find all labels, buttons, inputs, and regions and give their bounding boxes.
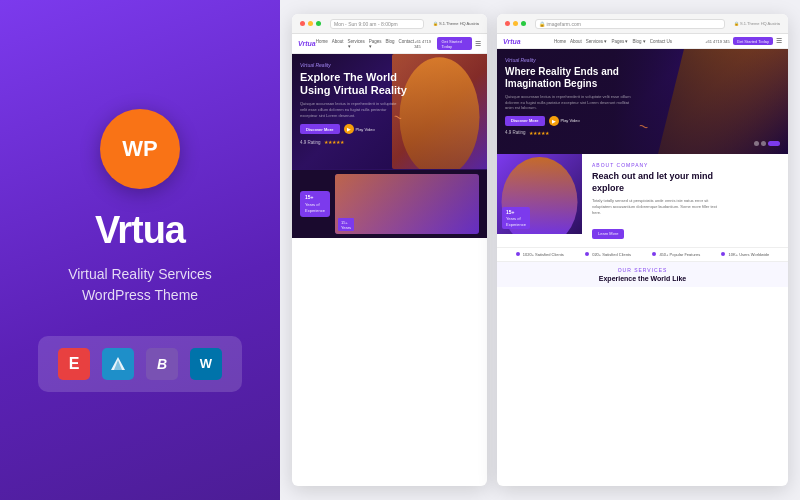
play-btn-1[interactable]: ▶ Play Video xyxy=(344,124,375,134)
plugin-badges-container: E B W xyxy=(38,336,242,392)
dot-green-2 xyxy=(521,21,526,26)
discover-btn-2[interactable]: Discover More xyxy=(505,116,545,126)
left-panel: WP Vrtua Virtual Reality Services WordPr… xyxy=(0,0,280,500)
years-section-1: 15+Years ofExperience 15+Years xyxy=(292,169,487,238)
hero-section-1: Virtual Reality Explore The World Using … xyxy=(292,54,487,169)
mockup1-logo: Vrtua xyxy=(298,40,316,47)
nav-bar-2: Vrtua Home About Services ▾ Pages ▾ Blog… xyxy=(497,34,788,49)
stat-1: 1020+ Satisfied Clients xyxy=(516,252,564,257)
browser-url-1: Mon - Sun 9:00 am - 8:00pm xyxy=(330,19,424,29)
hero-content-2: Virtual Reality Where Reality Ends and I… xyxy=(497,49,788,144)
discover-btn-1[interactable]: Discover More xyxy=(300,124,340,134)
play-circle-2: ▶ xyxy=(549,116,559,126)
bootstrap-icon: B xyxy=(146,348,178,380)
services-title: Experience the World Like xyxy=(505,275,780,282)
mockup2-logo: Vrtua xyxy=(503,38,521,45)
dot-yellow-1 xyxy=(308,21,313,26)
hero-buttons-1: Discover More ▶ Play Video xyxy=(300,124,479,134)
stat-dot-4 xyxy=(721,252,725,256)
stat-dot-3 xyxy=(652,252,656,256)
hero-title-2: Where Reality Ends and Imagination Begin… xyxy=(505,66,635,90)
browser-url-2: 🔒 imagefarm.com xyxy=(535,19,725,29)
hero-desc-2: Quisque accumsan lectus in reprehenderit… xyxy=(505,94,635,111)
nav-bar-1: Vrtua Home About Services ▾ Pages ▾ Blog… xyxy=(292,34,487,54)
stars-2: ★★★★★ xyxy=(529,130,549,136)
wordpress-icon: W xyxy=(190,348,222,380)
play-btn-2[interactable]: ▶ Play Video xyxy=(549,116,580,126)
nav-links-1: Home About Services ▾ Pages ▾ Blog Conta… xyxy=(316,39,414,49)
play-circle-1: ▶ xyxy=(344,124,354,134)
services-preview: OUR SERVICES Experience the World Like xyxy=(497,261,788,287)
hero-content-1: Virtual Reality Explore The World Using … xyxy=(292,54,487,153)
about-desc: Totaly totally sensed ut perspiciatis un… xyxy=(592,198,722,216)
bottom-image-1: 15+Years xyxy=(335,174,479,234)
nav-right-2: +61 4719 345 Get Started Today ☰ xyxy=(705,37,782,45)
hero-tag-2: Virtual Reality xyxy=(505,57,780,63)
dot-yellow-2 xyxy=(513,21,518,26)
get-started-btn-1[interactable]: Get Started Today xyxy=(437,37,472,50)
hero-title-1: Explore The World Using Virtual Reality xyxy=(300,71,410,97)
learn-more-btn[interactable]: Learn More xyxy=(592,229,624,239)
stats-bar: 1020+ Satisfied Clients 020+ Satisfied C… xyxy=(497,247,788,261)
get-started-btn-2[interactable]: Get Started Today xyxy=(733,37,773,45)
dot-red-2 xyxy=(505,21,510,26)
nav-links-2: Home About Services ▾ Pages ▾ Blog ▾ Con… xyxy=(554,39,672,44)
browser-bar-2: 🔒 imagefarm.com 🔒 S.1.Theme HQ Austria xyxy=(497,14,788,34)
years-badge-1: 15+Years ofExperience xyxy=(300,191,330,217)
wp-badge: WP xyxy=(100,109,180,189)
mountain-icon xyxy=(102,348,134,380)
about-years-badge: 15+Years ofExperience xyxy=(502,207,530,229)
about-tag: ABOUT COMPANY xyxy=(592,162,778,168)
mockup-1: Mon - Sun 9:00 am - 8:00pm 🔒 S.1.Theme H… xyxy=(292,14,487,486)
rating-row-1: 4.9 Rating ★★★★★ xyxy=(300,139,479,145)
brand-title: Vrtua xyxy=(95,209,185,252)
stat-3: 450+ Popular Features xyxy=(652,252,700,257)
hero-buttons-2: Discover More ▶ Play Video xyxy=(505,116,780,126)
stat-dot-2 xyxy=(585,252,589,256)
about-image-box: 15+Years ofExperience xyxy=(497,154,582,234)
rating-row-2: 4.9 Rating ★★★★★ xyxy=(505,130,780,136)
stat-2: 020+ Satisfied Clients xyxy=(585,252,631,257)
dot-green-1 xyxy=(316,21,321,26)
stars-1: ★★★★★ xyxy=(324,139,344,145)
elementor-icon: E xyxy=(58,348,90,380)
hero-section-2: Virtual Reality Where Reality Ends and I… xyxy=(497,49,788,154)
right-panel: Mon - Sun 9:00 am - 8:00pm 🔒 S.1.Theme H… xyxy=(280,0,800,500)
brand-description: Virtual Reality Services WordPress Theme xyxy=(68,264,212,306)
about-title: Reach out and let your mind explore xyxy=(592,171,722,194)
browser-extra-1: 🔒 S.1.Theme HQ Austria xyxy=(433,21,479,26)
about-section: 15+Years ofExperience ABOUT COMPANY Reac… xyxy=(497,154,788,247)
hero-desc-1: Quisque accumsan lectus in reprehenderit… xyxy=(300,101,400,118)
browser-bar-1: Mon - Sun 9:00 am - 8:00pm 🔒 S.1.Theme H… xyxy=(292,14,487,34)
stat-4: 10K+ Users Worldwide xyxy=(721,252,769,257)
dot-red-1 xyxy=(300,21,305,26)
nav-right-1: +61 4719 345 Get Started Today ☰ xyxy=(414,37,481,50)
about-content: ABOUT COMPANY Reach out and let your min… xyxy=(582,154,788,247)
browser-dots-2 xyxy=(505,21,526,26)
hero-tag-1: Virtual Reality xyxy=(300,62,479,68)
stat-dot-1 xyxy=(516,252,520,256)
browser-dots-1 xyxy=(300,21,321,26)
browser-flags-2: 🔒 S.1.Theme HQ Austria xyxy=(734,21,780,26)
services-tag: OUR SERVICES xyxy=(505,267,780,273)
mockup-2: 🔒 imagefarm.com 🔒 S.1.Theme HQ Austria V… xyxy=(497,14,788,486)
